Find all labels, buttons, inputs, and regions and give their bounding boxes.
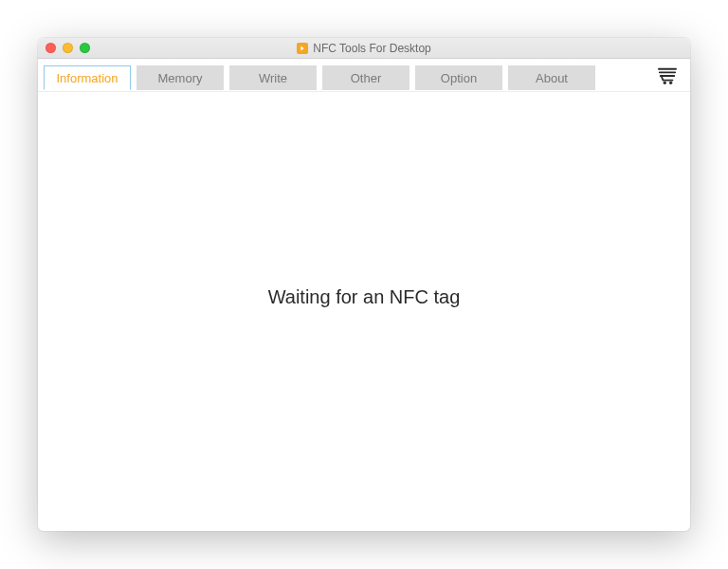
title-wrap: NFC Tools For Desktop [38,42,690,55]
shopping-cart-icon [657,66,678,85]
app-window: NFC Tools For Desktop Information Memory… [38,38,690,531]
tab-about[interactable]: About [508,65,595,90]
maximize-window-button[interactable] [80,43,90,53]
nfc-app-icon [297,43,308,54]
window-controls [46,43,90,53]
main-content: Waiting for an NFC tag [38,92,690,531]
tab-other[interactable]: Other [322,65,410,90]
svg-point-4 [669,82,672,84]
titlebar: NFC Tools For Desktop [38,38,690,59]
toolbar: Information Memory Write Other Option Ab… [38,59,690,92]
tab-write[interactable]: Write [229,65,317,90]
tab-option[interactable]: Option [415,65,502,90]
status-message: Waiting for an NFC tag [268,286,461,308]
minimize-window-button[interactable] [63,43,73,53]
close-window-button[interactable] [46,43,56,53]
shop-button[interactable] [654,64,681,87]
tab-information[interactable]: Information [44,65,131,90]
svg-point-3 [664,82,666,84]
window-title: NFC Tools For Desktop [313,42,430,55]
tab-memory[interactable]: Memory [136,65,224,90]
tabs: Information Memory Write Other Option Ab… [44,65,595,90]
